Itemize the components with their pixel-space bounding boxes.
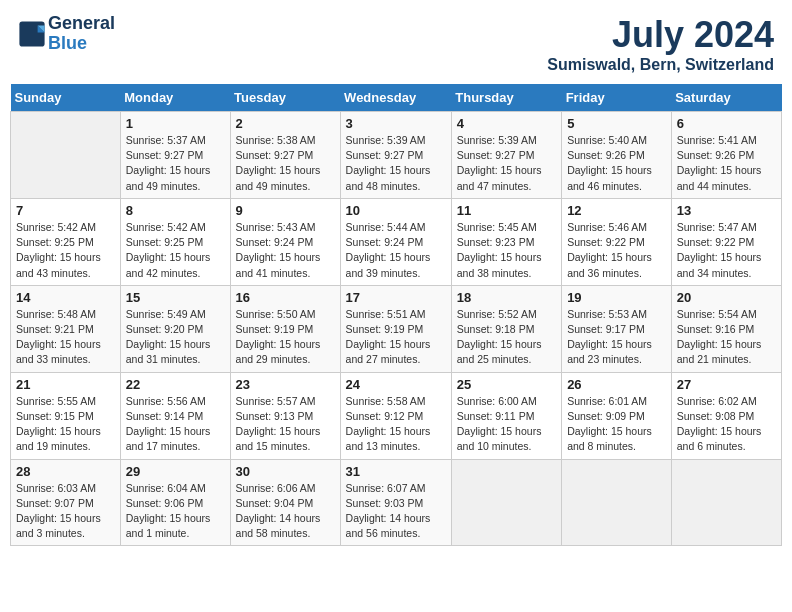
day-cell	[562, 459, 672, 546]
day-info: Sunrise: 6:01 AM Sunset: 9:09 PM Dayligh…	[567, 394, 666, 455]
page-header: General Blue July 2024 Sumiswald, Bern, …	[10, 10, 782, 78]
day-cell: 18Sunrise: 5:52 AM Sunset: 9:18 PM Dayli…	[451, 285, 561, 372]
day-number: 6	[677, 116, 776, 131]
day-cell: 29Sunrise: 6:04 AM Sunset: 9:06 PM Dayli…	[120, 459, 230, 546]
day-cell: 22Sunrise: 5:56 AM Sunset: 9:14 PM Dayli…	[120, 372, 230, 459]
day-cell	[451, 459, 561, 546]
day-number: 22	[126, 377, 225, 392]
logo: General Blue	[18, 14, 115, 54]
logo-line1: General	[48, 14, 115, 34]
day-number: 31	[346, 464, 446, 479]
day-number: 2	[236, 116, 335, 131]
day-cell: 3Sunrise: 5:39 AM Sunset: 9:27 PM Daylig…	[340, 112, 451, 199]
day-info: Sunrise: 6:00 AM Sunset: 9:11 PM Dayligh…	[457, 394, 556, 455]
month-year: July 2024	[547, 14, 774, 56]
day-number: 14	[16, 290, 115, 305]
day-info: Sunrise: 5:48 AM Sunset: 9:21 PM Dayligh…	[16, 307, 115, 368]
day-cell: 9Sunrise: 5:43 AM Sunset: 9:24 PM Daylig…	[230, 198, 340, 285]
day-cell: 21Sunrise: 5:55 AM Sunset: 9:15 PM Dayli…	[11, 372, 121, 459]
day-info: Sunrise: 5:39 AM Sunset: 9:27 PM Dayligh…	[346, 133, 446, 194]
day-cell: 10Sunrise: 5:44 AM Sunset: 9:24 PM Dayli…	[340, 198, 451, 285]
day-info: Sunrise: 6:04 AM Sunset: 9:06 PM Dayligh…	[126, 481, 225, 542]
day-number: 9	[236, 203, 335, 218]
day-cell: 14Sunrise: 5:48 AM Sunset: 9:21 PM Dayli…	[11, 285, 121, 372]
day-number: 28	[16, 464, 115, 479]
day-number: 23	[236, 377, 335, 392]
day-cell: 1Sunrise: 5:37 AM Sunset: 9:27 PM Daylig…	[120, 112, 230, 199]
day-header-wednesday: Wednesday	[340, 84, 451, 112]
day-cell: 7Sunrise: 5:42 AM Sunset: 9:25 PM Daylig…	[11, 198, 121, 285]
day-number: 4	[457, 116, 556, 131]
day-header-saturday: Saturday	[671, 84, 781, 112]
day-info: Sunrise: 5:44 AM Sunset: 9:24 PM Dayligh…	[346, 220, 446, 281]
day-info: Sunrise: 5:47 AM Sunset: 9:22 PM Dayligh…	[677, 220, 776, 281]
day-cell	[11, 112, 121, 199]
week-row-4: 21Sunrise: 5:55 AM Sunset: 9:15 PM Dayli…	[11, 372, 782, 459]
day-number: 25	[457, 377, 556, 392]
day-header-monday: Monday	[120, 84, 230, 112]
day-info: Sunrise: 5:56 AM Sunset: 9:14 PM Dayligh…	[126, 394, 225, 455]
day-cell: 26Sunrise: 6:01 AM Sunset: 9:09 PM Dayli…	[562, 372, 672, 459]
day-header-sunday: Sunday	[11, 84, 121, 112]
location: Sumiswald, Bern, Switzerland	[547, 56, 774, 74]
day-number: 29	[126, 464, 225, 479]
day-cell: 13Sunrise: 5:47 AM Sunset: 9:22 PM Dayli…	[671, 198, 781, 285]
day-number: 10	[346, 203, 446, 218]
day-header-thursday: Thursday	[451, 84, 561, 112]
header-row: SundayMondayTuesdayWednesdayThursdayFrid…	[11, 84, 782, 112]
day-number: 11	[457, 203, 556, 218]
day-cell: 30Sunrise: 6:06 AM Sunset: 9:04 PM Dayli…	[230, 459, 340, 546]
day-number: 8	[126, 203, 225, 218]
day-number: 20	[677, 290, 776, 305]
day-info: Sunrise: 5:43 AM Sunset: 9:24 PM Dayligh…	[236, 220, 335, 281]
day-info: Sunrise: 5:51 AM Sunset: 9:19 PM Dayligh…	[346, 307, 446, 368]
title-area: July 2024 Sumiswald, Bern, Switzerland	[547, 14, 774, 74]
day-number: 17	[346, 290, 446, 305]
week-row-2: 7Sunrise: 5:42 AM Sunset: 9:25 PM Daylig…	[11, 198, 782, 285]
day-cell: 28Sunrise: 6:03 AM Sunset: 9:07 PM Dayli…	[11, 459, 121, 546]
day-info: Sunrise: 5:39 AM Sunset: 9:27 PM Dayligh…	[457, 133, 556, 194]
day-cell: 11Sunrise: 5:45 AM Sunset: 9:23 PM Dayli…	[451, 198, 561, 285]
day-number: 18	[457, 290, 556, 305]
day-cell: 20Sunrise: 5:54 AM Sunset: 9:16 PM Dayli…	[671, 285, 781, 372]
day-number: 3	[346, 116, 446, 131]
logo-line2: Blue	[48, 34, 115, 54]
day-info: Sunrise: 5:52 AM Sunset: 9:18 PM Dayligh…	[457, 307, 556, 368]
day-number: 21	[16, 377, 115, 392]
week-row-1: 1Sunrise: 5:37 AM Sunset: 9:27 PM Daylig…	[11, 112, 782, 199]
day-cell: 8Sunrise: 5:42 AM Sunset: 9:25 PM Daylig…	[120, 198, 230, 285]
day-info: Sunrise: 5:55 AM Sunset: 9:15 PM Dayligh…	[16, 394, 115, 455]
day-info: Sunrise: 5:46 AM Sunset: 9:22 PM Dayligh…	[567, 220, 666, 281]
day-cell: 24Sunrise: 5:58 AM Sunset: 9:12 PM Dayli…	[340, 372, 451, 459]
day-cell: 27Sunrise: 6:02 AM Sunset: 9:08 PM Dayli…	[671, 372, 781, 459]
day-info: Sunrise: 5:50 AM Sunset: 9:19 PM Dayligh…	[236, 307, 335, 368]
day-cell: 6Sunrise: 5:41 AM Sunset: 9:26 PM Daylig…	[671, 112, 781, 199]
day-number: 24	[346, 377, 446, 392]
day-number: 15	[126, 290, 225, 305]
day-cell: 4Sunrise: 5:39 AM Sunset: 9:27 PM Daylig…	[451, 112, 561, 199]
day-info: Sunrise: 6:07 AM Sunset: 9:03 PM Dayligh…	[346, 481, 446, 542]
calendar-table: SundayMondayTuesdayWednesdayThursdayFrid…	[10, 84, 782, 546]
day-info: Sunrise: 5:45 AM Sunset: 9:23 PM Dayligh…	[457, 220, 556, 281]
day-cell: 23Sunrise: 5:57 AM Sunset: 9:13 PM Dayli…	[230, 372, 340, 459]
week-row-5: 28Sunrise: 6:03 AM Sunset: 9:07 PM Dayli…	[11, 459, 782, 546]
day-info: Sunrise: 5:58 AM Sunset: 9:12 PM Dayligh…	[346, 394, 446, 455]
day-header-tuesday: Tuesday	[230, 84, 340, 112]
day-info: Sunrise: 6:03 AM Sunset: 9:07 PM Dayligh…	[16, 481, 115, 542]
day-info: Sunrise: 5:37 AM Sunset: 9:27 PM Dayligh…	[126, 133, 225, 194]
day-cell: 15Sunrise: 5:49 AM Sunset: 9:20 PM Dayli…	[120, 285, 230, 372]
week-row-3: 14Sunrise: 5:48 AM Sunset: 9:21 PM Dayli…	[11, 285, 782, 372]
day-cell: 2Sunrise: 5:38 AM Sunset: 9:27 PM Daylig…	[230, 112, 340, 199]
day-cell: 17Sunrise: 5:51 AM Sunset: 9:19 PM Dayli…	[340, 285, 451, 372]
day-cell	[671, 459, 781, 546]
day-info: Sunrise: 6:02 AM Sunset: 9:08 PM Dayligh…	[677, 394, 776, 455]
day-number: 16	[236, 290, 335, 305]
day-info: Sunrise: 5:53 AM Sunset: 9:17 PM Dayligh…	[567, 307, 666, 368]
svg-rect-0	[19, 21, 44, 46]
day-info: Sunrise: 5:57 AM Sunset: 9:13 PM Dayligh…	[236, 394, 335, 455]
day-cell: 31Sunrise: 6:07 AM Sunset: 9:03 PM Dayli…	[340, 459, 451, 546]
day-cell: 25Sunrise: 6:00 AM Sunset: 9:11 PM Dayli…	[451, 372, 561, 459]
day-info: Sunrise: 5:42 AM Sunset: 9:25 PM Dayligh…	[16, 220, 115, 281]
day-info: Sunrise: 5:54 AM Sunset: 9:16 PM Dayligh…	[677, 307, 776, 368]
day-number: 26	[567, 377, 666, 392]
